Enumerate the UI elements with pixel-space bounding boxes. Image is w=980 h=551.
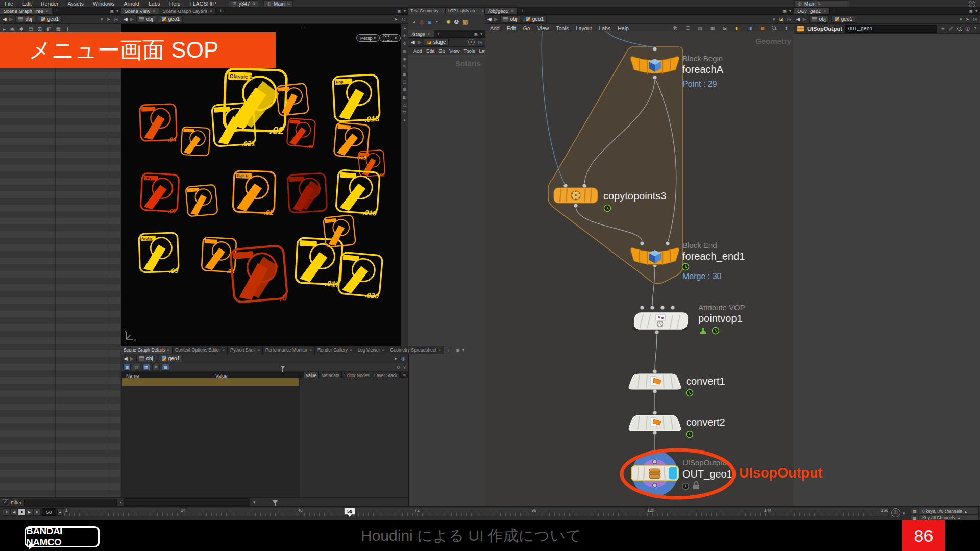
menu-help[interactable]: Help <box>618 25 629 31</box>
current-frame-field[interactable]: 58 <box>42 508 56 516</box>
link-icon[interactable]: ◎ <box>401 356 406 361</box>
help-icon[interactable]: ? <box>973 26 977 31</box>
pin-icon[interactable]: ➤ <box>965 17 970 22</box>
menu-labs[interactable]: Labs <box>599 25 610 31</box>
light-icon[interactable]: ✱ <box>19 26 23 32</box>
column-icon[interactable]: ▦ <box>56 26 60 32</box>
scene-graph-tree[interactable] <box>0 32 120 505</box>
search-icon[interactable] <box>772 26 776 30</box>
menu-edit[interactable]: Edit <box>18 1 36 7</box>
stage-chip[interactable]: ◪ stage <box>424 38 449 46</box>
spinner-icon[interactable]: ⇅ <box>818 2 821 6</box>
tab-obj-geo1[interactable]: /obj/geo1× <box>485 7 518 14</box>
up-arrow-icon[interactable]: ⬆ <box>783 26 789 31</box>
menu-add[interactable]: Add <box>413 48 422 54</box>
menu-view[interactable]: View <box>449 48 459 54</box>
value-panel[interactable] <box>300 378 408 497</box>
info-icon[interactable]: ⓘ <box>965 26 970 32</box>
chevron-down-icon[interactable]: ▾ <box>253 499 256 505</box>
list-icon[interactable]: ☰ <box>685 26 690 31</box>
forward-icon[interactable]: ▶ <box>803 16 807 22</box>
close-icon[interactable]: × <box>309 348 312 353</box>
rows-icon[interactable]: ▤ <box>697 26 703 31</box>
plus-icon[interactable]: + <box>480 8 485 14</box>
column-value[interactable]: Value <box>215 373 297 379</box>
camera-icon[interactable]: ◉ <box>10 26 15 32</box>
close-icon[interactable]: × <box>823 9 826 13</box>
geometry-icon[interactable]: ⊞ <box>38 26 42 32</box>
timeline-ruler[interactable]: 124487296120144168 58 <box>64 508 888 516</box>
move-tool-icon[interactable]: ✛ <box>403 34 406 38</box>
playhead-marker[interactable]: 58 <box>344 508 355 515</box>
menu-flagship[interactable]: FLAGSHIP <box>185 1 220 7</box>
right-main-selector[interactable]: ◎ Main⇅ <box>794 0 849 7</box>
display-clock-icon[interactable] <box>687 431 693 438</box>
no-cam-button[interactable]: No cam▾ <box>379 34 401 42</box>
lock-icon[interactable] <box>693 482 699 489</box>
goto-start-button[interactable]: « <box>3 508 10 516</box>
selected-row[interactable] <box>122 378 299 386</box>
close-icon[interactable]: × <box>46 9 48 13</box>
pane-menu-icon[interactable]: ▣ <box>110 9 114 13</box>
filter-funnel-icon[interactable] <box>280 366 285 369</box>
wrench-icon[interactable]: 🛠 <box>672 26 678 31</box>
path-obj-chip[interactable]: obj <box>809 15 828 23</box>
chevron-down-icon[interactable]: ▾ <box>975 9 977 13</box>
node-foreach-end1[interactable] <box>630 247 679 265</box>
menu-file[interactable]: File <box>0 1 18 7</box>
filter-checkbox[interactable]: ✓ <box>3 499 8 505</box>
panel-split-icon[interactable]: ⊟ <box>402 373 406 378</box>
gear-icon[interactable]: ✳ <box>940 26 945 31</box>
chevron-down-icon[interactable]: ▾ <box>480 32 482 36</box>
main-desktop-selector[interactable]: ◎ Main⇅ <box>263 0 293 7</box>
flat-mode-icon[interactable]: ▤ <box>133 364 140 371</box>
sync-icon[interactable]: ↻ <box>396 365 401 370</box>
close-icon[interactable]: × <box>222 348 225 353</box>
desktop-selector[interactable]: ⊞ y347⇅ <box>229 0 258 7</box>
flag-icon[interactable]: ◪ <box>778 17 784 22</box>
shelf-tab-test-geometry[interactable]: Test Geometry+▾ <box>408 7 446 14</box>
node-copytopoints3[interactable] <box>554 188 598 203</box>
edit-icon[interactable]: ✎ <box>403 64 406 69</box>
forward-icon[interactable]: ▶ <box>130 356 134 361</box>
path-geo-chip[interactable]: geo1 <box>38 15 62 23</box>
tab-log-viewer[interactable]: Log Viewer× <box>355 346 388 354</box>
menu-assets[interactable]: Assets <box>63 1 88 7</box>
shelf-tab-lop-lights[interactable]: LOP Lights an...+▾ <box>446 7 485 14</box>
channel-scope-icon[interactable]: ▩ <box>911 508 918 515</box>
shade-icon[interactable]: ◧ <box>403 95 407 99</box>
path-obj-chip[interactable]: obj <box>15 15 35 23</box>
filter-icon[interactable]: ▤ <box>28 26 33 32</box>
menu-view[interactable]: View <box>537 25 549 31</box>
pane-menu-icon[interactable]: ▣ <box>456 348 460 353</box>
menu-render[interactable]: Render <box>36 1 63 7</box>
new-tab-button[interactable]: + <box>830 7 839 14</box>
grid-icon[interactable]: ▦ <box>710 26 716 31</box>
menu-tools[interactable]: Tools <box>556 25 569 31</box>
shader-tool-icon[interactable]: ◔ <box>435 19 438 25</box>
chevron-down-icon[interactable]: ▾ <box>462 348 464 353</box>
play-button[interactable]: ▶ <box>26 508 33 516</box>
back-icon[interactable]: ◀ <box>796 16 800 22</box>
pane-menu-icon[interactable]: ▣ <box>397 9 401 13</box>
goto-end-button[interactable]: » <box>33 508 41 516</box>
new-tab-button[interactable]: + <box>518 7 527 14</box>
close-icon[interactable]: × <box>382 348 385 353</box>
menu-go[interactable]: Go <box>523 25 530 31</box>
pin-icon[interactable]: ➤ <box>394 356 399 361</box>
rows-icon[interactable]: ≡ <box>152 364 160 371</box>
chevron-down-icon[interactable]: ▾ <box>902 511 906 516</box>
link-icon[interactable]: ◎ <box>972 17 977 22</box>
menu-arnold[interactable]: Arnold <box>119 1 144 7</box>
chevron-down-icon[interactable]: ▾ <box>116 9 118 13</box>
back-icon[interactable]: ◀ <box>3 16 7 22</box>
pin-icon[interactable]: ➤ <box>106 17 111 22</box>
grid-icon[interactable]: ⊞ <box>403 87 406 92</box>
menu-layout[interactable]: Layout <box>576 25 592 31</box>
close-icon[interactable]: × <box>511 9 513 13</box>
pane-menu-icon[interactable]: ▣ <box>474 32 478 36</box>
shape-icon[interactable]: ◨ <box>747 26 752 31</box>
tab-python-shell[interactable]: Python Shell× <box>228 346 263 354</box>
color-palette-icon[interactable]: ◧ <box>734 26 740 31</box>
display-clock-icon[interactable] <box>713 328 719 334</box>
